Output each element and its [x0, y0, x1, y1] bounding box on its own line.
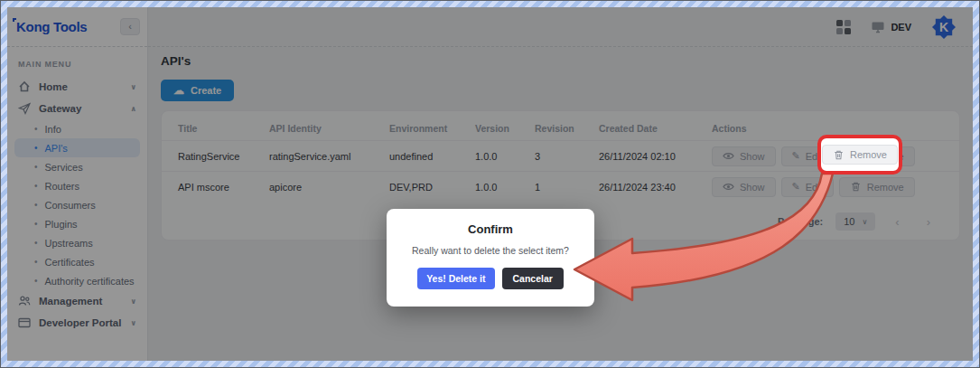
dialog-title: Confirm — [387, 222, 594, 236]
dialog-message: Really want to delete the select item? — [387, 245, 594, 256]
app-window: Kong Tools ‹ MAIN MENU Home ∨ Gateway ∧ … — [7, 7, 973, 361]
dialog-buttons: Yes! Delete it Cancelar — [387, 268, 594, 289]
cancel-button[interactable]: Cancelar — [502, 268, 564, 289]
remove-label: Remove — [850, 149, 887, 160]
annotation-remove-highlight: Remove — [817, 135, 902, 175]
screenshot-frame: Kong Tools ‹ MAIN MENU Home ∨ Gateway ∧ … — [0, 0, 980, 368]
confirm-delete-button[interactable]: Yes! Delete it — [417, 268, 494, 289]
modal-backdrop[interactable] — [7, 7, 973, 361]
trash-icon — [833, 150, 845, 160]
confirm-dialog: Confirm Really want to delete the select… — [387, 209, 594, 307]
remove-button-highlighted[interactable]: Remove — [822, 145, 898, 165]
